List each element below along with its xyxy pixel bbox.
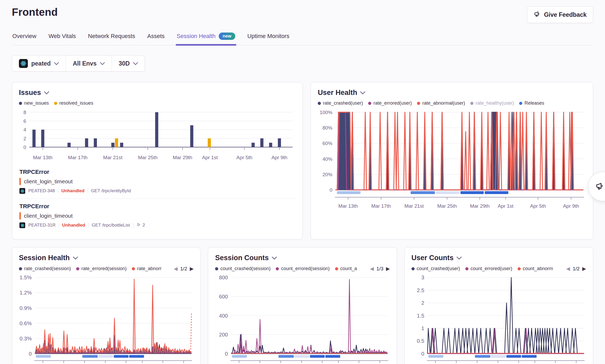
issue-row[interactable]: TRPCError client_login_timeout [19, 164, 296, 199]
legend-item-releases[interactable]: Releases [519, 100, 544, 106]
date-range-select[interactable]: 30D [112, 56, 145, 71]
legend-item-rate-crashed[interactable]: rate_crashed(user) [318, 100, 363, 106]
issue-status: Unhandled [62, 223, 85, 228]
issues-panel: Issues new_issues resolved_issues 02468M… [12, 82, 303, 239]
legend-next-icon[interactable]: ▶ [582, 266, 586, 272]
user-health-widget-selector[interactable]: User Health [318, 89, 586, 97]
chart-legend: count_crashed(user) count_errored(user) … [411, 266, 586, 272]
legend-item-count-crashed[interactable]: count_crashed(user) [411, 266, 460, 271]
issues-bar-chart: 02468Mar 13thMar 17thMar 21stMar 25thMar… [19, 109, 296, 162]
session-counts-widget-selector[interactable]: Session Counts [215, 254, 390, 262]
session-health-panel: Session Health rate_crashed(session) rat… [12, 247, 201, 364]
divider [88, 223, 88, 228]
svg-text:Mar 25th: Mar 25th [437, 203, 457, 209]
chevron-down-icon [272, 256, 277, 260]
legend-item-rate-abnormal[interactable]: rate_abnormal(user) [417, 100, 465, 106]
tab-assets[interactable]: Assets [147, 31, 165, 45]
legend-prev-icon[interactable]: ◀ [566, 266, 570, 272]
legend-next-icon[interactable]: ▶ [386, 266, 390, 272]
legend-label: count_a [340, 266, 357, 271]
legend-pager: ◀ 1/2 ▶ [566, 266, 586, 272]
svg-text:2: 2 [23, 136, 26, 141]
react-platform-icon [19, 59, 28, 68]
tab-web-vitals[interactable]: Web Vitals [48, 31, 76, 45]
legend-item-count-abnormal[interactable]: count_abnorm [518, 266, 553, 271]
issue-row[interactable]: TRPCError client_login_timeout [19, 199, 296, 233]
legend-prev-icon[interactable]: ◀ [370, 266, 374, 272]
legend-item-count-abnormal[interactable]: count_a [335, 266, 357, 271]
replay-count[interactable]: 2 [137, 222, 145, 228]
legend-next-icon[interactable]: ▶ [190, 266, 194, 272]
project-select[interactable]: peated [12, 56, 66, 71]
legend-dot [470, 102, 473, 105]
session-counts-chart: 0200400600800Mar 13thMar 21stApr 1stApr … [215, 274, 390, 364]
issue-message: client_login_timeout [24, 178, 73, 185]
chevron-down-icon [457, 256, 462, 260]
legend-dot [465, 267, 468, 270]
divider [88, 188, 88, 194]
module-tab-bar: Overview Web Vitals Network Requests Ass… [12, 31, 593, 45]
panel-title: User Health [318, 89, 357, 97]
svg-text:200: 200 [219, 332, 228, 338]
legend-prev-icon[interactable]: ◀ [174, 266, 178, 272]
tab-network-requests[interactable]: Network Requests [87, 31, 136, 45]
tab-session-health[interactable]: Session Health new [176, 31, 236, 45]
legend-item-rate-crashed[interactable]: rate_crashed(session) [19, 266, 71, 271]
svg-text:0.6%: 0.6% [19, 320, 32, 326]
chevron-down-icon [360, 91, 365, 94]
legend-item-rate-errored[interactable]: rate_errored(user) [368, 100, 412, 106]
svg-text:Apr 1st: Apr 1st [202, 155, 218, 160]
panel-title: Issues [19, 89, 41, 97]
chevron-down-icon [44, 91, 49, 94]
issues-widget-selector[interactable]: Issues [19, 89, 296, 97]
legend-item-count-errored[interactable]: count_errored(session) [276, 266, 330, 271]
legend-label: new_issues [24, 100, 49, 106]
session-health-chart: 00.3%0.6%0.9%1.2%1.5%Mar 13thMar 21stApr… [19, 274, 194, 364]
legend-item-rate-healthy[interactable]: rate_healthy(user) [470, 100, 514, 106]
legend-pager: ◀ 1/3 ▶ [370, 266, 390, 272]
environment-select-value: All Envs [73, 60, 97, 67]
svg-text:40%: 40% [322, 156, 332, 162]
chevron-down-icon [100, 62, 105, 65]
legend-item-rate-errored[interactable]: rate_errored(session) [76, 266, 127, 271]
legend-item-rate-abnormal[interactable]: rate_abnorr [132, 266, 161, 271]
issue-short-id: PEATED-31R [28, 223, 56, 228]
play-icon [137, 222, 141, 228]
chart-legend: count_crashed(session) count_errored(ses… [215, 266, 390, 272]
date-range-select-value: 30D [119, 60, 130, 67]
legend-dot [368, 102, 371, 105]
legend-item-count-crashed[interactable]: count_crashed(session) [215, 266, 270, 271]
legend-dot [417, 102, 420, 105]
session-counts-panel: Session Counts count_crashed(session) co… [208, 247, 397, 364]
environment-select[interactable]: All Envs [66, 56, 112, 71]
svg-text:Mar 13th: Mar 13th [338, 203, 358, 209]
user-counts-widget-selector[interactable]: User Counts [411, 254, 586, 262]
legend-page-indicator: 1/3 [377, 266, 383, 272]
user-health-chart: 020%40%60%80%100%Mar 13thMar 17thMar 21s… [318, 109, 586, 213]
page-header: Frontend Give Feedback [12, 0, 593, 23]
chart-legend: rate_crashed(user) rate_errored(user) ra… [318, 100, 586, 106]
chevron-down-icon [73, 256, 78, 260]
session-health-widget-selector[interactable]: Session Health [19, 254, 194, 262]
tab-uptime-monitors[interactable]: Uptime Monitors [247, 31, 290, 45]
give-feedback-button[interactable]: Give Feedback [527, 6, 593, 23]
insights-frontend-page: Frontend Give Feedback Overview Web Vita… [0, 0, 605, 364]
legend-item-new-issues[interactable]: new_issues [19, 100, 49, 106]
chart-legend: rate_crashed(session) rate_errored(sessi… [19, 266, 194, 272]
panel-title: Session Health [19, 254, 70, 262]
legend-dot [132, 267, 135, 270]
svg-text:0: 0 [29, 351, 32, 357]
legend-label: count_crashed(session) [220, 266, 270, 271]
legend-item-count-errored[interactable]: count_errored(user) [465, 266, 512, 271]
error-level-bar [19, 178, 21, 185]
legend-label: count_errored(user) [471, 266, 512, 271]
legend-label: rate_healthy(user) [476, 100, 514, 106]
tab-overview[interactable]: Overview [12, 31, 37, 45]
megaphone-icon [595, 181, 605, 192]
legend-item-resolved-issues[interactable]: resolved_issues [54, 100, 93, 106]
megaphone-icon [534, 10, 541, 19]
svg-text:0: 0 [23, 144, 26, 150]
svg-text:Mar 25th: Mar 25th [138, 155, 158, 160]
svg-text:1.5: 1.5 [417, 313, 424, 319]
legend-label: resolved_issues [59, 100, 93, 106]
